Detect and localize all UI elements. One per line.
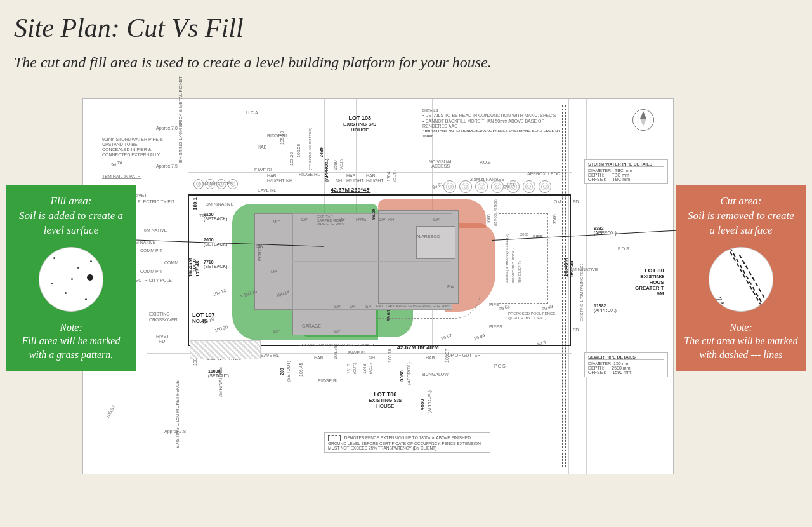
tree-icon <box>216 179 226 189</box>
alfresco-label: ALFRESCO <box>416 234 440 239</box>
ridge-rl-2: RIDGE RL <box>299 172 320 177</box>
crossover-hatch <box>190 340 261 359</box>
tree-icon <box>443 180 456 193</box>
to-edge: (TO EDGE OF GUTTER) <box>308 128 312 170</box>
approx70: Approx.7.0 <box>156 126 178 130</box>
cut-heading: Cut area: <box>684 194 798 209</box>
bottom-bearing: 42.67M 89°48'M <box>397 344 439 350</box>
tree-icon <box>539 180 551 193</box>
fill-note-h: Note: <box>14 321 128 335</box>
ridge-rl-1: RIDGE RL <box>267 133 288 138</box>
page-subtitle: The cut and fill area is used to create … <box>14 54 492 71</box>
top-bearing: 42.67M 269°48' <box>331 187 370 193</box>
pool-label: PROPOSED POOL <box>511 250 515 283</box>
storm-water-table: STORM WATER PIPE DETAILS DIAMETER: TBC m… <box>584 159 668 184</box>
fill-body: Soil is added to create a level surface <box>14 209 128 238</box>
tree-icon <box>193 179 204 189</box>
cut-body: Soil is removed to create a level surfac… <box>684 209 798 238</box>
cut-callout: Cut area: Soil is removed to create a le… <box>676 185 806 371</box>
tree-icon <box>205 179 215 189</box>
fill-note: Fill area will be marked with a grass pa… <box>14 334 128 361</box>
mb-label: M.B <box>273 220 280 224</box>
north-arrow-icon <box>632 109 654 131</box>
novisual: NO VISUALACCESS <box>429 159 452 168</box>
cut-note-h: Note: <box>684 321 798 335</box>
approx75: Approx.7.5 <box>156 164 178 168</box>
storm-note: 90mm STORMWATER PIPE & UPSTAND TO BE CON… <box>102 137 166 157</box>
adj1: (ADJ.) <box>339 159 343 170</box>
d2489: 2489 <box>319 147 324 157</box>
pos-1: P.O.S <box>480 160 491 164</box>
grass-swatch <box>39 247 103 312</box>
lpod: APPROX. LPOD <box>527 171 560 176</box>
ext-tap-note: EXT. TAP CAPPED RISER PIPE FOR HWS <box>317 215 348 226</box>
d200: 200 <box>280 368 284 375</box>
fill-heading: Fill area: <box>14 194 128 209</box>
rl10550: 105.50 <box>280 131 284 145</box>
detail-notes: DETAILS • DETAILS TO BE READ IN CONJUNCT… <box>422 107 568 138</box>
roof-lines <box>292 213 451 309</box>
right-len: 16.46M <box>563 258 569 277</box>
tbm-label: TBM NAIL IN PATH <box>102 174 141 179</box>
lot80-label: LOT 80 EXISTING HOUS GREATER T 9M <box>635 267 664 297</box>
dash-swatch: 74 <box>709 247 773 312</box>
garage-label: GARAGE <box>302 324 321 328</box>
tree-icon <box>491 180 504 193</box>
eave-rl-1: EAVE RL <box>254 168 273 172</box>
lot108-label: LOT 108 EXISTING S/S HOUSE <box>343 115 376 133</box>
pool-client: (BY CLIENT) <box>518 261 521 283</box>
rl10320: 103.20 <box>289 152 294 166</box>
tree-icon <box>475 180 488 193</box>
hab-1: HAB <box>258 145 266 149</box>
tree-icon <box>228 179 238 189</box>
tree-icon <box>523 180 535 193</box>
picket-fence-label: EXISTING 1.40M BRICK & METAL PICKET <box>178 76 183 163</box>
pool-dim: 9300(L) x 4800(W) x 1800(D) <box>505 234 509 283</box>
lot107-label: LOT 107 NO.45 <box>192 312 215 324</box>
site-plan: DETAILS • DETAILS TO BE READ IN CONJUNCT… <box>82 98 674 474</box>
eave-rl-2: EAVE RL <box>258 188 276 192</box>
d11382: 11382(APPROX.) <box>594 304 617 312</box>
lot106-label: LOT T06 EXISTING S/S HOUSE <box>369 391 402 409</box>
fill-callout: Fill area: Soil is added to create a lev… <box>6 185 136 371</box>
page-title: Site Plan: Cut Vs Fill <box>14 13 244 43</box>
fence-note: DENOTES FENCE EXTENSION UP TO 1800mm ABO… <box>324 432 490 453</box>
uca-label: U.C.A <box>246 110 258 115</box>
tree-icon <box>459 180 472 193</box>
d7710: 7710(SETBACK) <box>204 260 227 269</box>
d1580: 1580 <box>333 160 337 170</box>
cut-note: The cut area will be marked with dashed … <box>684 334 798 361</box>
sewer-table: SEWER PIPE DETAILS DIAMETER: 150 mm DEPT… <box>584 352 668 377</box>
